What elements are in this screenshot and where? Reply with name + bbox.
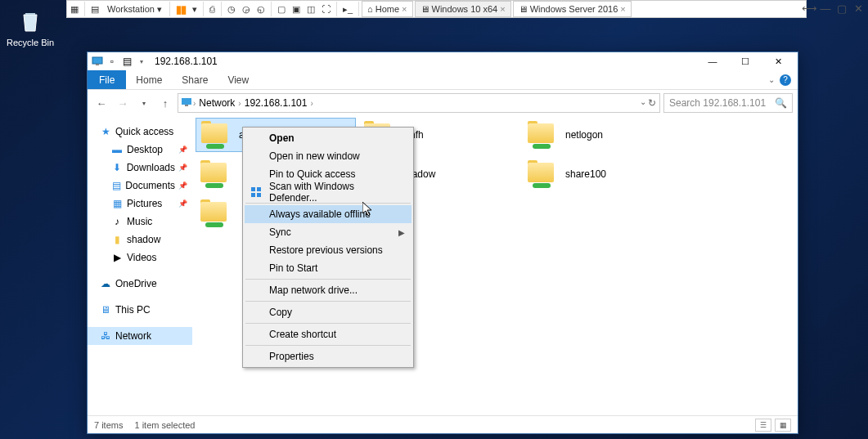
sidebar-desktop[interactable]: ▬Desktop📌	[88, 141, 192, 159]
menu-scan-defender[interactable]: Scan with Windows Defender...	[245, 183, 412, 201]
close-button[interactable]: ✕	[762, 53, 794, 69]
manage-icon[interactable]: ◵	[254, 1, 268, 17]
clock-icon[interactable]: ◷	[224, 1, 239, 17]
tab-winserver[interactable]: 🖥Windows Server 2016×	[513, 1, 632, 17]
menu-create-shortcut[interactable]: Create shortcut	[245, 325, 412, 343]
expand-icon[interactable]: ⟷	[803, 2, 816, 15]
back-button[interactable]: ←	[92, 94, 110, 112]
music-icon: ♪	[110, 215, 124, 228]
console-icon[interactable]: ▸_	[340, 1, 356, 17]
up-button[interactable]: ↑	[156, 94, 174, 112]
view-tab[interactable]: View	[218, 70, 259, 89]
sidebar-pictures[interactable]: ▦Pictures📌	[88, 195, 192, 213]
share-tab[interactable]: Share	[172, 70, 218, 89]
sidebar-quick-access[interactable]: ★Quick access	[88, 123, 192, 141]
menu-copy[interactable]: Copy	[245, 303, 412, 321]
folder-qat-icon[interactable]: ▫	[106, 55, 119, 68]
menu-open-new-window[interactable]: Open in new window	[245, 147, 412, 165]
pin-icon: 📌	[178, 164, 187, 172]
sidebar-onedrive[interactable]: ☁OneDrive	[88, 275, 192, 293]
maximize-icon[interactable]: ▢	[835, 2, 848, 15]
vm-library-icon[interactable]: ▤	[88, 1, 102, 17]
folder-icon: ▮	[110, 233, 124, 246]
menu-map-network-drive[interactable]: Map network drive...	[245, 281, 412, 299]
qat-dropdown-icon[interactable]: ▾	[135, 55, 148, 68]
ribbon-expand-icon[interactable]: ⌄	[768, 75, 775, 84]
home-icon: ⌂	[367, 4, 373, 14]
refresh-icon[interactable]: ↻	[648, 97, 656, 109]
sidebar-network[interactable]: 🖧Network	[88, 327, 192, 345]
documents-icon: ▤	[110, 179, 122, 192]
vmware-toolbar: ▦ ▤ Workstation ▾ ▮▮ ▾ ⎙ ◷ ◶ ◵ ▢ ▣ ◫ ⛶ ▸…	[66, 0, 807, 18]
pin-icon: 📌	[178, 181, 187, 190]
snapshot-icon[interactable]: ⎙	[206, 1, 218, 17]
vm-menu-icon[interactable]: ▦	[67, 1, 82, 17]
close-icon[interactable]: ✕	[852, 2, 865, 15]
view2-icon[interactable]: ▣	[289, 1, 304, 17]
titlebar[interactable]: ▫ ▤ ▾ 192.168.1.101 — ☐ ✕	[88, 52, 798, 70]
recent-dropdown-icon[interactable]: ▾	[135, 94, 153, 112]
icons-view-button[interactable]: ▦	[775, 419, 791, 432]
navigation-pane: ★Quick access ▬Desktop📌 ⬇Downloads📌 ▤Doc…	[88, 116, 192, 415]
tab-home[interactable]: ⌂Home×	[362, 1, 412, 17]
home-tab[interactable]: Home	[126, 70, 172, 89]
folder-netlogon[interactable]: netlogon	[523, 118, 683, 152]
sidebar-videos[interactable]: ▶Videos	[88, 249, 192, 267]
svg-rect-1	[96, 64, 99, 65]
desktop-icon: ▬	[110, 143, 124, 156]
menu-always-available-offline[interactable]: Always available offline	[245, 205, 412, 223]
minimize-icon[interactable]: —	[819, 2, 832, 15]
help-icon[interactable]: ?	[780, 74, 791, 86]
menu-pin-start[interactable]: Pin to Start	[245, 259, 412, 277]
menu-restore-versions[interactable]: Restore previous versions	[245, 241, 412, 259]
search-input[interactable]: Search 192.168.1.101 🔍	[663, 93, 793, 113]
sidebar-downloads[interactable]: ⬇Downloads📌	[88, 159, 192, 177]
address-dropdown-icon[interactable]: ⌄	[640, 97, 646, 109]
breadcrumb-host[interactable]: 192.168.1.101	[241, 97, 311, 109]
menu-sync[interactable]: Sync▶	[245, 223, 412, 241]
view1-icon[interactable]: ▢	[274, 1, 289, 17]
revert-icon[interactable]: ◶	[239, 1, 254, 17]
shared-folder-icon	[199, 199, 232, 228]
menu-properties[interactable]: Properties	[245, 347, 412, 365]
breadcrumb-network[interactable]: Network	[196, 97, 238, 109]
vmware-window-controls: ⟷ — ▢ ✕	[803, 2, 865, 15]
computer-icon	[91, 55, 104, 68]
close-icon[interactable]: ×	[500, 4, 505, 14]
folder-share100[interactable]: share100	[523, 157, 683, 191]
close-icon[interactable]: ×	[402, 4, 407, 14]
shared-folder-icon	[199, 159, 232, 189]
sidebar-this-pc[interactable]: 🖥This PC	[88, 301, 192, 319]
sidebar-documents[interactable]: ▤Documents📌	[88, 177, 192, 195]
pause-icon[interactable]: ▮▮	[173, 1, 189, 17]
forward-button[interactable]: →	[114, 94, 132, 112]
fullscreen-icon[interactable]: ⛶	[318, 1, 334, 17]
shared-folder-icon	[526, 120, 559, 150]
address-bar[interactable]: › Network › 192.168.1.101 › ⌄ ↻	[178, 93, 660, 113]
minimize-button[interactable]: —	[696, 53, 729, 69]
power-menu-icon[interactable]: ▾	[189, 1, 200, 17]
svg-rect-0	[92, 57, 102, 64]
details-view-button[interactable]: ☰	[755, 419, 771, 432]
file-tab[interactable]: File	[88, 70, 126, 89]
view3-icon[interactable]: ◫	[304, 1, 318, 17]
tab-win10[interactable]: 🖥Windows 10 x64×	[415, 1, 511, 17]
status-bar: 7 items 1 item selected ☰ ▦	[88, 415, 798, 433]
workstation-menu[interactable]: Workstation ▾	[102, 4, 167, 15]
maximize-button[interactable]: ☐	[729, 53, 762, 69]
pictures-icon: ▦	[110, 197, 124, 210]
sidebar-music[interactable]: ♪Music	[88, 213, 192, 231]
close-icon[interactable]: ×	[620, 4, 625, 14]
shared-folder-icon	[526, 159, 559, 189]
sidebar-shadow[interactable]: ▮shadow	[88, 231, 192, 249]
recycle-bin-icon[interactable]: Recycle Bin	[7, 7, 54, 47]
properties-qat-icon[interactable]: ▤	[120, 55, 133, 68]
monitor-icon: 🖥	[421, 4, 430, 14]
star-icon: ★	[99, 125, 112, 138]
svg-rect-6	[251, 193, 255, 197]
pin-icon: 📌	[178, 199, 187, 208]
selection-count: 1 item selected	[134, 420, 195, 430]
context-menu: Open Open in new window Pin to Quick acc…	[242, 127, 414, 368]
search-placeholder: Search 192.168.1.101	[669, 97, 766, 109]
menu-open[interactable]: Open	[245, 129, 412, 147]
